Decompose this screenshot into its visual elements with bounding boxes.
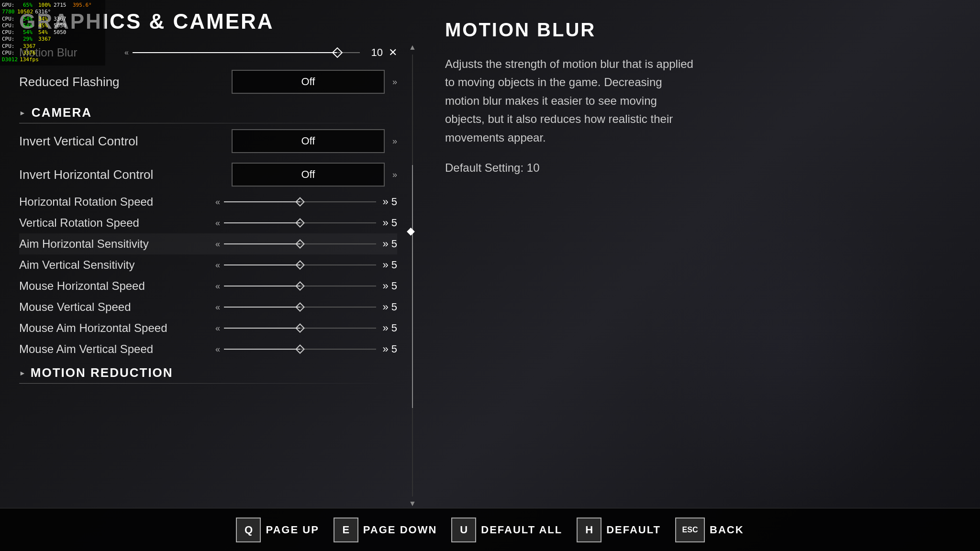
back-label: BACK: [710, 524, 744, 536]
hud-cpu3-v1: 54%: [23, 29, 36, 36]
horizontal-rotation-track[interactable]: [224, 201, 376, 202]
vertical-rotation-value: » 5: [380, 217, 397, 229]
mouse-vertical-track[interactable]: [224, 307, 376, 308]
mouse-aim-horizontal-slider[interactable]: « » 5: [215, 322, 397, 334]
hud-overlay: GPU: 65% 100% 2715 395.6° 7780 10502 631…: [0, 0, 105, 66]
settings-panel: GRAPHICS & CAMERA Motion Blur « 10 ✕ Red…: [0, 0, 416, 551]
camera-section-line: [19, 123, 397, 123]
back-button[interactable]: ESC BACK: [675, 518, 744, 542]
camera-section-label: ► CAMERA: [19, 100, 397, 122]
hud-cpu3-v3: 5050: [54, 29, 71, 36]
mouse-horizontal-slider[interactable]: « » 5: [215, 280, 397, 292]
invert-horizontal-toggle[interactable]: Off: [232, 163, 385, 187]
back-key: ESC: [675, 518, 705, 542]
aim-horizontal-slider[interactable]: « » 5: [215, 238, 397, 250]
mouse-aim-horizontal-left[interactable]: «: [215, 323, 220, 333]
reduced-flashing-right-arrow[interactable]: »: [392, 77, 397, 87]
aim-vertical-left[interactable]: «: [215, 260, 220, 270]
aim-vertical-row[interactable]: Aim Vertical Sensitivity « » 5: [19, 254, 397, 276]
description-title: MOTION BLUR: [445, 19, 951, 41]
description-default: Default Setting: 10: [445, 161, 951, 175]
aim-horizontal-label: Aim Horizontal Sensitivity: [19, 237, 215, 251]
invert-horizontal-row[interactable]: Invert Horizontal Control Off »: [19, 158, 397, 191]
hud-cpu2-v2: 45%: [38, 22, 52, 29]
aim-horizontal-left[interactable]: «: [215, 239, 220, 249]
motion-reduction-arrow: ►: [19, 369, 26, 377]
motion-blur-value: 10: [364, 46, 383, 59]
vertical-rotation-label: Vertical Rotation Speed: [19, 216, 215, 230]
mouse-aim-vertical-row[interactable]: Mouse Aim Vertical Speed « » 5: [19, 339, 397, 360]
mouse-aim-vertical-slider[interactable]: « » 5: [215, 343, 397, 355]
mouse-aim-horizontal-track[interactable]: [224, 328, 376, 329]
hud-cpu4-v1: 29%: [23, 36, 36, 43]
scroll-thumb: [412, 165, 413, 408]
mouse-vertical-slider[interactable]: « » 5: [215, 301, 397, 313]
motion-blur-reset-icon[interactable]: ✕: [389, 46, 397, 59]
mouse-horizontal-left[interactable]: «: [215, 281, 220, 291]
hud-cpu1-v3: 3367: [54, 16, 71, 22]
mouse-vertical-value: » 5: [380, 301, 397, 313]
horizontal-rotation-label: Horizontal Rotation Speed: [19, 195, 215, 209]
horizontal-rotation-slider[interactable]: « » 5: [215, 196, 397, 208]
reduced-flashing-toggle[interactable]: Off: [232, 70, 385, 94]
bottom-bar: Q PAGE UP E PAGE DOWN U DEFAULT ALL H DE…: [0, 508, 980, 551]
hud-gpu-v4: 395.6°: [73, 2, 92, 9]
mouse-vertical-label: Mouse Vertical Speed: [19, 300, 215, 314]
reduced-flashing-label: Reduced Flashing: [19, 75, 232, 89]
mouse-aim-horizontal-row[interactable]: Mouse Aim Horizontal Speed « » 5: [19, 318, 397, 339]
mouse-vertical-left[interactable]: «: [215, 302, 220, 312]
hud-cpu5-label: CPU:: [2, 43, 21, 50]
invert-vertical-toggle[interactable]: Off: [232, 129, 385, 153]
mouse-horizontal-row[interactable]: Mouse Horizontal Speed « » 5: [19, 276, 397, 297]
page-down-button[interactable]: E PAGE DOWN: [334, 518, 437, 542]
scrollbar[interactable]: ▲ ▼: [411, 43, 414, 508]
invert-vertical-label: Invert Vertical Control: [19, 134, 232, 149]
invert-horizontal-arrow[interactable]: »: [392, 170, 397, 180]
aim-vertical-slider[interactable]: « » 5: [215, 259, 397, 271]
mouse-aim-vertical-track[interactable]: [224, 349, 376, 350]
vertical-rotation-row[interactable]: Vertical Rotation Speed « » 5: [19, 212, 397, 233]
default-button[interactable]: H DEFAULT: [577, 518, 661, 542]
motion-reduction-label: MOTION REDUCTION: [31, 365, 173, 380]
mouse-aim-vertical-label: Mouse Aim Vertical Speed: [19, 342, 215, 356]
hud-cpu2-v1: 54%: [23, 22, 36, 29]
reduced-flashing-row[interactable]: Reduced Flashing Off »: [19, 66, 397, 98]
default-all-button[interactable]: U DEFAULT ALL: [451, 518, 562, 542]
aim-active-marker: ◆: [407, 225, 415, 237]
hud-cpu2-label: CPU:: [2, 22, 21, 29]
aim-horizontal-row[interactable]: Aim Horizontal Sensitivity « » 5: [19, 233, 397, 254]
hud-cpu1-label: CPU:: [2, 16, 21, 22]
vertical-rotation-slider[interactable]: « » 5: [215, 217, 397, 229]
horizontal-rotation-row[interactable]: Horizontal Rotation Speed « » 5: [19, 191, 397, 212]
page-up-button[interactable]: Q PAGE UP: [236, 518, 319, 542]
mouse-aim-vertical-left[interactable]: «: [215, 344, 220, 354]
hud-cpu6-v2: 3376: [23, 50, 36, 56]
invert-vertical-arrow[interactable]: »: [392, 136, 397, 146]
motion-blur-left-arrow[interactable]: «: [124, 48, 129, 57]
hud-cpu4-v2: 3367: [38, 36, 52, 43]
hud-cpu2-v3: 5050: [54, 22, 71, 29]
motion-reduction-line: [19, 383, 397, 384]
horizontal-rotation-left[interactable]: «: [215, 197, 220, 207]
hud-mem-v3: 6316°: [35, 9, 52, 15]
mouse-vertical-row[interactable]: Mouse Vertical Speed « » 5: [19, 297, 397, 318]
hud-cpu4-label: CPU:: [2, 36, 21, 43]
hud-gpu-v3: 2715: [54, 2, 71, 9]
hud-cpu3-label: CPU:: [2, 29, 21, 36]
scroll-down-arrow[interactable]: ▼: [409, 499, 416, 508]
page-up-label: PAGE UP: [266, 524, 319, 536]
invert-horizontal-label: Invert Horizontal Control: [19, 167, 232, 182]
vertical-rotation-track[interactable]: [224, 222, 376, 223]
invert-vertical-row[interactable]: Invert Vertical Control Off »: [19, 124, 397, 158]
motion-blur-slider[interactable]: « 10 ✕: [124, 46, 397, 59]
hud-cpu5-v2: 3367: [23, 43, 36, 50]
mouse-horizontal-track[interactable]: [224, 286, 376, 287]
motion-blur-track[interactable]: [133, 52, 360, 53]
aim-vertical-track[interactable]: [224, 264, 376, 265]
aim-horizontal-track[interactable]: [224, 243, 376, 244]
aim-vertical-label: Aim Vertical Sensitivity: [19, 258, 215, 272]
scroll-up-arrow[interactable]: ▲: [409, 43, 416, 52]
hud-gpu-label: GPU:: [2, 2, 21, 9]
aim-horizontal-value: » 5: [380, 238, 397, 250]
vertical-rotation-left[interactable]: «: [215, 218, 220, 228]
